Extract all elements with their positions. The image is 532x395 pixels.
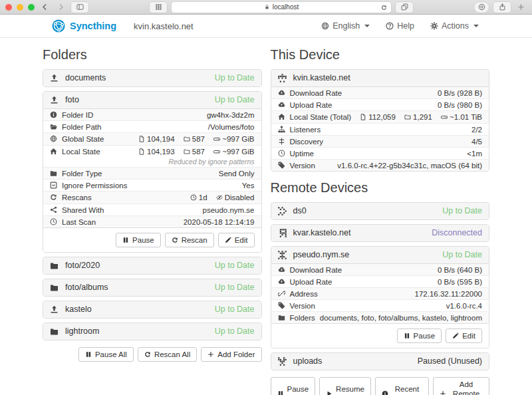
clock-icon	[50, 218, 57, 225]
status-badge: Up to Date	[215, 261, 255, 271]
browser-new-tab-button[interactable]	[515, 2, 527, 13]
folder-icon	[50, 283, 59, 292]
navbar-menu: English Help Actions	[321, 21, 479, 31]
device-header-uploads[interactable]: uploads Paused (Unused)	[271, 353, 489, 370]
device-identicon	[278, 74, 287, 82]
pause-all-devices-button[interactable]: Pause All	[271, 377, 316, 395]
folder-header-foto-albums[interactable]: foto/albums Up to Date	[43, 279, 261, 296]
recent-changes-button[interactable]: Recent Changes	[375, 377, 429, 395]
browser-sidebar-button[interactable]	[71, 2, 88, 13]
folder-header-foto[interactable]: foto Up to Date	[43, 92, 261, 108]
device-header-pseudo[interactable]: pseudo.nym.se Up to Date	[271, 247, 489, 263]
row-label: Version	[290, 301, 315, 311]
help-link[interactable]: Help	[386, 21, 414, 31]
folder-panel-buttons: Pause Rescan Edit	[43, 227, 261, 252]
this-device-header[interactable]: kvin.kastelo.net	[271, 70, 489, 86]
table-row-upload-rate: Upload Rate 0 B/s (595 B)	[271, 275, 489, 287]
tag-icon	[278, 302, 285, 309]
folder-name: kastelo	[65, 305, 92, 315]
actions-menu[interactable]: Actions	[430, 21, 479, 31]
share-alt-icon	[50, 206, 57, 213]
folder-icon	[278, 314, 285, 321]
cloud-download-icon	[278, 266, 285, 273]
folder-icon	[50, 261, 59, 270]
browser-back-button[interactable]	[39, 2, 51, 13]
add-folder-button[interactable]: Add Folder	[201, 347, 261, 362]
plus-icon	[440, 390, 446, 395]
device-header-kvar[interactable]: kvar.kastelo.net Disconnected	[271, 225, 489, 241]
folder-header-documents[interactable]: documents Up to Date	[43, 70, 261, 86]
status-badge: Up to Date	[215, 283, 255, 293]
row-label: Shared With	[62, 205, 104, 215]
folder-panel-foto-2020: foto/2020 Up to Date	[43, 257, 262, 275]
resume-all-button[interactable]: Resume All	[319, 377, 371, 395]
browser-reload-button[interactable]	[380, 4, 388, 12]
folder-panel-lightroom: lightroom Up to Date	[43, 323, 262, 340]
row-value: 4/5	[471, 137, 482, 146]
browser-tab-overview-button[interactable]	[150, 2, 167, 13]
table-row-rescans: Rescans 1d Disabled	[43, 191, 261, 203]
device-name: kvin.kastelo.net	[293, 73, 350, 83]
language-menu[interactable]: English	[321, 21, 370, 31]
plus-icon	[207, 351, 214, 358]
table-row-folder-id: Folder ID gw4hx-3dz2m	[43, 109, 261, 120]
browser-forward-button[interactable]	[55, 2, 66, 13]
copy-tabs-icon	[401, 3, 408, 11]
row-value: v1.6.0-rc.4	[446, 301, 482, 311]
device-panel-kvar: kvar.kastelo.net Disconnected	[271, 224, 490, 242]
pause-button[interactable]: Pause	[116, 233, 161, 247]
actions-label: Actions	[442, 21, 469, 31]
status-badge: Up to Date	[215, 305, 255, 315]
brand[interactable]: Syncthing	[52, 19, 116, 33]
cloud-download-icon	[278, 89, 285, 96]
table-row-last-scan: Last Scan 2020-05-18 12:14:19	[43, 215, 261, 227]
status-badge: Up to Date	[215, 95, 255, 105]
table-row-upload-rate: Upload Rate 0 B/s (980 B)	[271, 98, 489, 110]
table-row-local-state-total: Local State (Total) 112,059 1,291 ~1.01 …	[271, 110, 489, 123]
device-details-table: Download Rate 0 B/s (640 B) Upload Rate …	[271, 263, 489, 323]
row-label: Last Scan	[62, 217, 96, 227]
table-row-version: Version v1.6.0-rc.4+22-g5b34c31c, macOS …	[271, 159, 489, 171]
device-name: kvar.kastelo.net	[293, 228, 351, 238]
device-identicon	[278, 229, 287, 237]
device-header-ds0[interactable]: ds0 Up to Date	[271, 203, 489, 219]
help-label: Help	[397, 21, 414, 31]
edit-button[interactable]: Edit	[218, 233, 255, 247]
window-close-button[interactable]	[5, 4, 12, 11]
language-label: English	[332, 21, 360, 31]
row-value: 112,059 1,291 ~1.01 TiB	[353, 112, 482, 122]
folder-icon	[50, 327, 59, 336]
row-label: Local State	[62, 147, 100, 156]
device-panel-uploads: uploads Paused (Unused)	[271, 352, 490, 370]
add-remote-device-button[interactable]: Add Remote Device	[433, 377, 489, 395]
folder-header-lightroom[interactable]: lightroom Up to Date	[43, 323, 261, 340]
rescan-all-button[interactable]: Rescan All	[138, 347, 197, 362]
window-zoom-button[interactable]	[28, 4, 35, 11]
browser-tab-copy-button[interactable]	[396, 2, 413, 13]
home-icon	[50, 148, 57, 155]
folder-header-foto-2020[interactable]: foto/2020 Up to Date	[43, 257, 261, 274]
row-label: Folder Type	[62, 169, 102, 178]
edit-device-button[interactable]: Edit	[446, 329, 482, 343]
window-minimize-button[interactable]	[17, 4, 23, 11]
globe-icon	[321, 22, 329, 30]
row-value: /Volumes/foto	[208, 122, 255, 132]
table-row-global-state: Global State 104,194 587 ~997 GiB	[43, 132, 261, 145]
folder-icon	[50, 170, 57, 177]
rescan-button[interactable]: Rescan	[165, 233, 214, 247]
folder-icon	[184, 136, 190, 142]
table-row-ignore-permissions: Ignore Permissions Yes	[43, 179, 261, 191]
sitemap-icon	[278, 126, 285, 133]
device-name: pseudo.nym.se	[293, 250, 350, 260]
browser-extensions-button[interactable]	[474, 2, 489, 13]
file-icon	[138, 136, 145, 142]
folder-header-kastelo[interactable]: kastelo Up to Date	[43, 301, 261, 318]
chevron-left-icon	[41, 3, 49, 11]
pause-all-folders-button[interactable]: Pause All	[78, 347, 134, 362]
pause-device-button[interactable]: Pause	[397, 329, 442, 343]
browser-share-button[interactable]	[493, 2, 511, 13]
browser-address-bar[interactable]: localhost	[172, 2, 391, 13]
row-value: 2020-05-18 12:14:19	[184, 217, 255, 227]
link-icon	[278, 290, 285, 297]
status-badge: Disconnected	[432, 228, 482, 238]
